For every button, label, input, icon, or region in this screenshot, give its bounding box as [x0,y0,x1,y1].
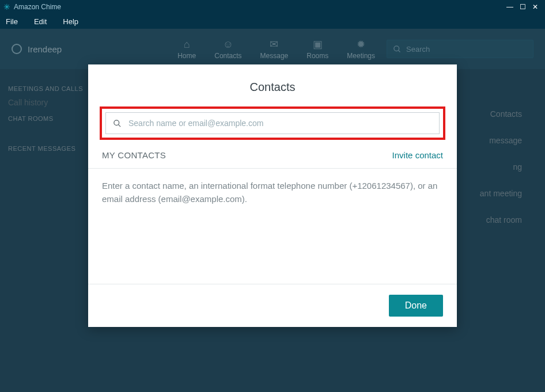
window-close-button[interactable]: ✕ [529,3,542,11]
search-icon [113,119,122,128]
my-contacts-label: MY CONTACTS [102,150,166,160]
window-maximize-button[interactable]: ☐ [516,3,529,11]
menu-file[interactable]: File [6,17,18,26]
svg-line-3 [118,124,120,127]
contact-search-box[interactable] [105,112,440,134]
svg-point-2 [114,120,119,125]
menu-help[interactable]: Help [63,17,78,26]
contacts-modal: Contacts MY CONTACTS Invite contact Ente… [88,64,457,327]
modal-footer: Done [88,284,457,327]
contacts-hint-text: Enter a contact name, an international f… [88,169,457,284]
contact-search-input[interactable] [128,119,432,128]
window-minimize-button[interactable]: — [504,3,516,11]
menu-edit[interactable]: Edit [34,17,47,26]
app-logo-icon: ✳ [3,2,10,12]
title-bar: ✳ Amazon Chime — ☐ ✕ [0,0,545,14]
window-title: Amazon Chime [14,3,61,11]
modal-title: Contacts [88,64,457,106]
menu-bar: File Edit Help [0,14,545,29]
search-highlight-box [100,106,445,140]
invite-contact-link[interactable]: Invite contact [392,150,443,160]
done-button[interactable]: Done [389,295,443,317]
